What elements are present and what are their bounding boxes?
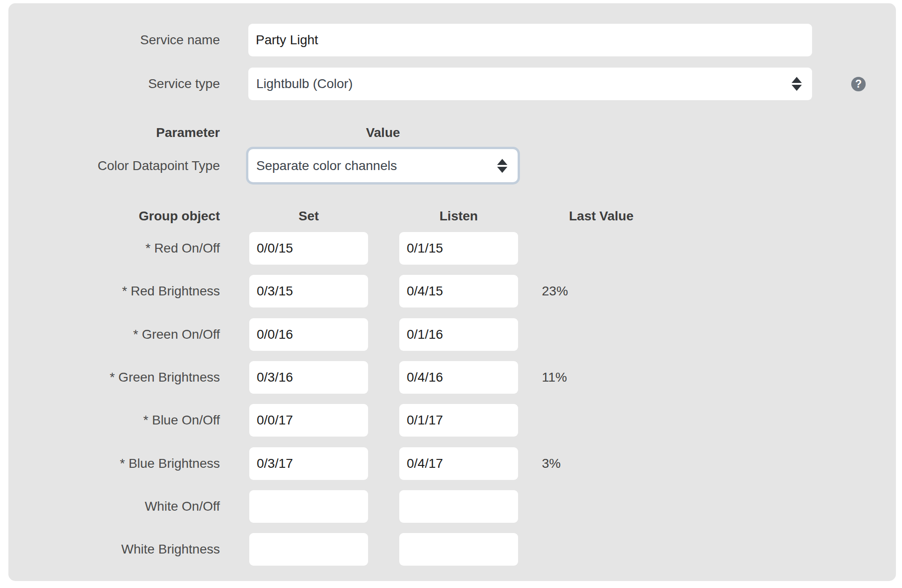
group-object-row: * Green Brightness 11% (0, 361, 902, 394)
listen-input[interactable] (399, 232, 518, 265)
group-object-row: * Blue Brightness 3% (0, 447, 902, 480)
set-column-header: Set (249, 200, 368, 232)
listen-input[interactable] (399, 361, 518, 394)
service-type-row: Service type Lightbulb (Color) ? (0, 68, 902, 100)
select-arrows-icon (792, 77, 802, 91)
group-object-label: White On/Off (0, 490, 220, 523)
group-object-row: White On/Off (0, 490, 902, 523)
color-datapoint-type-select[interactable]: Separate color channels (248, 149, 518, 182)
service-name-input[interactable] (248, 24, 812, 56)
group-object-row: * Blue On/Off (0, 404, 902, 437)
listen-input[interactable] (399, 275, 518, 308)
group-object-header-row: Group object Set Listen Last Value (0, 200, 902, 232)
group-object-label: White Brightness (0, 533, 220, 566)
set-input[interactable] (249, 275, 368, 308)
group-object-row: White Brightness (0, 533, 902, 566)
set-input[interactable] (249, 361, 368, 394)
set-input[interactable] (249, 318, 368, 351)
listen-input[interactable] (399, 447, 518, 480)
color-datapoint-type-label: Color Datapoint Type (0, 149, 220, 182)
service-name-label: Service name (0, 24, 220, 56)
color-datapoint-type-row: Color Datapoint Type Separate color chan… (0, 149, 902, 182)
value-column-header: Value (248, 123, 518, 142)
last-value-column-header: Last Value (542, 200, 661, 232)
service-name-row: Service name (0, 24, 902, 56)
group-object-row: * Red Brightness 23% (0, 275, 902, 308)
service-type-select[interactable]: Lightbulb (Color) (248, 68, 812, 100)
last-value: 3% (542, 447, 560, 480)
listen-input[interactable] (399, 490, 518, 523)
last-value: 23% (542, 275, 568, 308)
group-object-label: * Green Brightness (0, 361, 220, 394)
set-input[interactable] (249, 404, 368, 437)
parameter-header-row: Parameter Value (0, 123, 902, 142)
group-object-label: * Red On/Off (0, 232, 220, 265)
set-input[interactable] (249, 232, 368, 265)
service-type-selected-value: Lightbulb (Color) (256, 76, 353, 91)
listen-column-header: Listen (399, 200, 518, 232)
set-input[interactable] (249, 447, 368, 480)
group-object-label: * Green On/Off (0, 318, 220, 351)
group-object-column-header: Group object (0, 200, 220, 232)
group-object-label: * Blue On/Off (0, 404, 220, 437)
last-value: 11% (542, 361, 567, 394)
parameter-column-header: Parameter (0, 123, 220, 142)
listen-input[interactable] (399, 404, 518, 437)
service-type-label: Service type (0, 68, 220, 100)
set-input[interactable] (249, 490, 368, 523)
group-object-label: * Blue Brightness (0, 447, 220, 480)
listen-input[interactable] (399, 533, 518, 566)
help-icon[interactable]: ? (851, 77, 866, 91)
group-object-row: * Green On/Off (0, 318, 902, 351)
group-object-label: * Red Brightness (0, 275, 220, 308)
group-object-row: * Red On/Off (0, 232, 902, 265)
set-input[interactable] (249, 533, 368, 566)
listen-input[interactable] (399, 318, 518, 351)
color-datapoint-type-selected-value: Separate color channels (256, 158, 397, 173)
select-arrows-icon (497, 159, 507, 173)
